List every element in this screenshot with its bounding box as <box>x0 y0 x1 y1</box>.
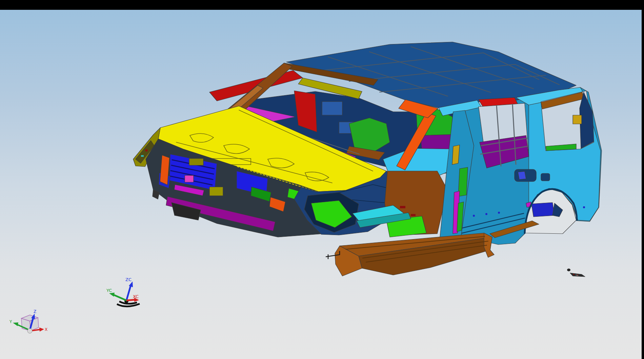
front-pink-speck <box>185 175 194 182</box>
front-olive-bracket-2 <box>209 187 223 196</box>
3d-model-canvas[interactable]: ZC YC XC Z Y X <box>0 10 642 359</box>
debris-speck-red <box>573 274 574 275</box>
wcs-z-label: ZC <box>125 277 132 282</box>
window-right-bar <box>642 0 644 359</box>
floor-speck-red-2 <box>411 214 416 216</box>
wcs-y-label: YC <box>106 288 112 293</box>
door-handle-cup <box>541 173 550 181</box>
wcs-x-label: XC <box>133 294 139 299</box>
application-window: { "viewport": { "bg_top": "#9dc1de", "bg… <box>0 0 644 359</box>
graphics-viewport[interactable]: ZC YC XC Z Y X <box>0 10 642 359</box>
datum-x-label: X <box>45 327 47 332</box>
datum-z-label: Z <box>34 309 36 314</box>
wcs-x-axis[interactable] <box>126 300 135 300</box>
dash-detail-panel <box>322 102 342 115</box>
door-handle-glint <box>518 171 526 180</box>
front-olive-bracket-1 <box>189 159 203 165</box>
datum-y-label: Y <box>9 319 12 324</box>
b-pillar-olive-bracket <box>452 145 460 165</box>
window-top-bar <box>0 0 644 10</box>
fender-bolt-red <box>145 149 148 152</box>
floor-speck-red <box>400 206 405 208</box>
debris-dot <box>567 269 570 271</box>
datum-origin-sphere[interactable] <box>27 329 32 333</box>
quarter-window-bracket <box>573 115 582 124</box>
fender-speck-teal <box>141 155 144 157</box>
rear-wheelhouse-blue <box>531 203 555 217</box>
